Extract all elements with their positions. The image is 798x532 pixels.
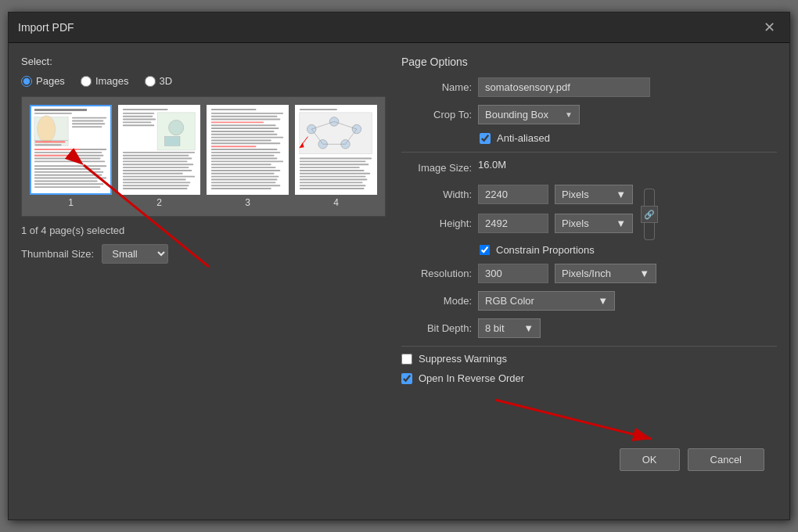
thumb-item-2[interactable]: 2 <box>118 105 200 208</box>
svg-rect-6 <box>35 141 65 142</box>
bit-depth-arrow: ▼ <box>523 322 534 334</box>
svg-rect-76 <box>211 185 280 186</box>
svg-rect-77 <box>211 188 271 189</box>
svg-rect-103 <box>300 188 365 189</box>
reverse-checkbox[interactable] <box>401 373 412 384</box>
ok-button[interactable]: OK <box>620 448 680 471</box>
cancel-button[interactable]: Cancel <box>688 448 764 471</box>
image-size-row: Image Size: 16.0M <box>401 159 777 177</box>
svg-rect-63 <box>211 146 257 147</box>
import-pdf-dialog: Import PDF ✕ Select: Pages Images 3D <box>8 12 790 520</box>
radio-pages-text: Pages <box>36 75 65 87</box>
thumb-img-2[interactable] <box>118 105 200 195</box>
svg-rect-53 <box>211 116 278 117</box>
height-unit-value: Pixels <box>562 217 589 229</box>
svg-rect-11 <box>72 126 102 128</box>
crop-dropdown[interactable]: Bounding Box ▼ <box>478 105 580 124</box>
name-input[interactable] <box>478 77 650 97</box>
svg-rect-10 <box>72 123 105 124</box>
thumb-img-3[interactable] <box>207 105 289 195</box>
svg-rect-26 <box>34 186 101 188</box>
resolution-input[interactable] <box>478 264 548 283</box>
name-row: Name: document.currentScript.previousEle… <box>401 77 777 97</box>
height-label: Height: <box>401 217 472 229</box>
radio-pages-label[interactable]: Pages <box>21 75 65 87</box>
thumb-label-3: 3 <box>245 197 250 208</box>
thumb-label-4: 4 <box>333 197 339 208</box>
svg-rect-39 <box>123 158 192 160</box>
svg-rect-72 <box>211 173 275 174</box>
svg-rect-31 <box>165 137 180 146</box>
svg-rect-79 <box>300 109 337 110</box>
svg-rect-13 <box>34 152 102 153</box>
anti-aliased-label: Anti-aliased <box>497 132 550 144</box>
selection-info: 1 of 4 page(s) selected <box>21 225 386 236</box>
radio-3d[interactable] <box>145 76 156 87</box>
crop-row: Crop To: Bounding Box ▼ <box>401 105 777 124</box>
width-unit-dropdown[interactable]: Pixels ▼ <box>555 185 633 204</box>
right-panel: Page Options Name: document.currentScrip… <box>401 56 777 480</box>
image-size-value: 16.0M <box>478 159 506 171</box>
radio-images[interactable] <box>81 76 92 87</box>
svg-rect-55 <box>211 121 264 123</box>
svg-rect-42 <box>123 167 189 168</box>
thumb-item-4[interactable]: 4 <box>295 105 377 208</box>
thumbnail-size-row: Thumbnail Size: Small Medium Large <box>21 244 386 264</box>
svg-rect-40 <box>123 160 188 162</box>
dialog-title: Import PDF <box>18 21 74 34</box>
svg-rect-22 <box>34 174 102 176</box>
bit-depth-label: Bit Depth: <box>401 322 472 334</box>
wh-group: Width: document.currentScript.previousEl… <box>401 185 777 241</box>
thumb-img-4[interactable] <box>295 105 377 195</box>
close-button[interactable]: ✕ <box>759 19 780 36</box>
svg-rect-51 <box>211 109 257 110</box>
svg-rect-62 <box>211 142 280 144</box>
radio-pages[interactable] <box>21 76 32 87</box>
thumbnails-container: 1 <box>21 96 386 217</box>
resolution-unit-dropdown[interactable]: Pixels/Inch ▼ <box>555 264 656 283</box>
svg-rect-1 <box>34 109 87 111</box>
bit-depth-row: Bit Depth: 8 bit ▼ <box>401 318 777 338</box>
svg-point-30 <box>169 120 184 135</box>
anti-aliased-checkbox[interactable] <box>480 133 491 144</box>
svg-rect-47 <box>123 182 191 183</box>
svg-rect-43 <box>123 170 192 171</box>
svg-rect-64 <box>211 149 278 150</box>
svg-rect-8 <box>72 117 106 119</box>
svg-rect-94 <box>300 160 366 162</box>
svg-rect-57 <box>211 128 279 129</box>
radio-group: Pages Images 3D <box>21 75 386 87</box>
thumb-item-1[interactable]: 1 <box>30 105 112 208</box>
svg-rect-67 <box>211 158 278 160</box>
height-input[interactable] <box>478 214 548 233</box>
left-panel: Select: Pages Images 3D <box>21 56 386 480</box>
svg-rect-96 <box>300 167 360 168</box>
svg-rect-18 <box>34 155 72 156</box>
thumbnail-size-select[interactable]: Small Medium Large <box>102 244 168 264</box>
mode-dropdown[interactable]: RGB Color ▼ <box>478 291 615 311</box>
link-proportions-icon[interactable]: 🔗 <box>641 206 658 223</box>
svg-rect-71 <box>211 170 280 171</box>
reverse-order-row: Open In Reverse Order <box>401 372 777 384</box>
svg-rect-75 <box>211 182 276 183</box>
svg-rect-95 <box>300 164 368 165</box>
constrain-checkbox[interactable] <box>480 245 490 255</box>
svg-rect-28 <box>123 109 168 110</box>
bit-depth-dropdown[interactable]: 8 bit ▼ <box>478 318 541 338</box>
height-row: Height: document.currentScript.previousE… <box>401 214 633 233</box>
resolution-row: Resolution: document.currentScript.previ… <box>401 264 777 283</box>
radio-images-label[interactable]: Images <box>81 75 129 87</box>
svg-rect-101 <box>300 182 363 183</box>
suppress-checkbox[interactable] <box>401 354 412 365</box>
svg-rect-65 <box>211 152 280 153</box>
width-input[interactable] <box>478 185 548 204</box>
wh-fields: Width: document.currentScript.previousEl… <box>401 185 633 241</box>
radio-3d-label[interactable]: 3D <box>145 75 173 87</box>
svg-rect-100 <box>300 179 368 181</box>
svg-rect-34 <box>123 119 156 120</box>
thumb-item-3[interactable]: 3 <box>207 105 289 208</box>
select-label: Select: <box>21 56 386 67</box>
thumb-img-1[interactable] <box>30 105 112 195</box>
anti-aliased-row: Anti-aliased <box>480 132 777 144</box>
height-unit-dropdown[interactable]: Pixels ▼ <box>555 214 633 233</box>
